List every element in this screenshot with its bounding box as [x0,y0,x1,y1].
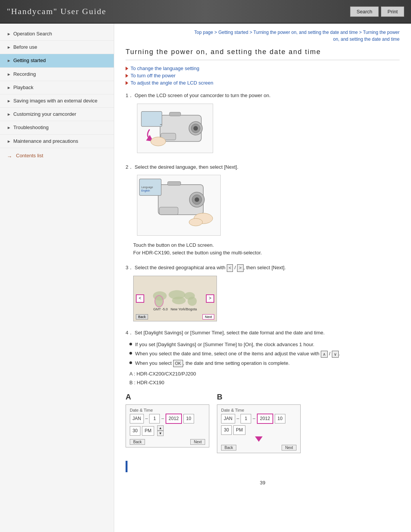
panel-b-nav: Back Next [221,445,296,451]
map-panel: < > GMT -5.0 New York/Bogota Back Next [133,276,217,321]
model-b-label: B : HDR-CX190 [129,379,400,387]
panel-a-fields: JAN – 1 – 2012 10 30 PM ▲ ▼ [130,414,205,436]
bottom-bar-row [126,461,400,472]
sidebar-item-recording[interactable]: ► Recording [0,68,114,81]
step-description: Open the LCD screen of your camcorder to… [135,93,271,98]
svg-point-21 [155,296,163,307]
step-4-text: 4． Set [Daylight Savings] or [Summer Tim… [126,329,400,337]
dt-field-year-b[interactable]: 2012 [257,414,273,424]
svg-rect-6 [169,112,181,116]
anchor-label: To change the language setting [131,66,199,71]
dt-field-day-a[interactable]: 1 [149,414,160,423]
dt-field-year-a[interactable]: 2012 [166,414,182,424]
down-btn-inline: ∨ [332,351,339,358]
dt-field-hour-b[interactable]: 10 [275,414,285,423]
sidebar-label: Before use [13,44,108,51]
dt-next-b[interactable]: Next [282,445,296,451]
sidebar-item-troubleshooting[interactable]: ► Troubleshooting [0,121,114,134]
dt-back-b[interactable]: Back [221,445,236,451]
sidebar-item-customizing[interactable]: ► Customizing your camcorder [0,108,114,121]
dt-back-a[interactable]: Back [130,439,145,445]
chevron-right-icon: ► [7,112,11,117]
camera-illustration-2: Language English [137,175,221,236]
map-location: New York/Bogota [170,307,197,311]
dt-panel-b: Date & Time JAN – 1 – 2012 10 30 PM [217,404,301,454]
map-left-button[interactable]: < [136,294,144,303]
sidebar-item-operation-search[interactable]: ► Operation Search [0,27,114,41]
breadcrumb-top[interactable]: Top page [194,30,213,35]
chevron-right-icon: ► [7,58,11,64]
map-gmt: GMT -5.0 [153,307,168,311]
down-arrow-indicator [255,436,263,442]
breadcrumb-power[interactable]: Turning the power on, and setting the da… [253,30,358,35]
list-item: If you set [Daylight Savings] or [Summer… [129,341,400,348]
app-title: "Handycam" User Guide [7,6,107,16]
dt-field-day-b[interactable]: 1 [241,414,251,423]
search-button[interactable]: Search [350,6,379,17]
sidebar-label: Maintenance and precautions [13,138,108,145]
bullet-icon [129,361,132,364]
sidebar-item-playback[interactable]: ► Playback [0,81,114,94]
touch-note: Touch the button on the LCD screen. For … [133,241,400,256]
sidebar-label: Recording [13,71,108,78]
arrow-right-icon [7,153,14,157]
step-number: 4． [126,330,133,335]
svg-rect-16 [167,182,181,185]
bullet-text: When you select the date and time, selec… [135,350,340,358]
sidebar-item-maintenance[interactable]: ► Maintenance and precautions [0,135,114,148]
dt-field-hour-a[interactable]: 10 [183,414,194,423]
svg-point-25 [188,297,197,306]
panel-a-title: Date & Time [130,407,205,414]
anchor-power-off[interactable]: To turn off the power [126,73,400,78]
dt-field-ampm-a[interactable]: PM [142,426,154,436]
map-back-button[interactable]: Back [136,314,148,320]
anchor-language[interactable]: To change the language setting [126,66,400,71]
model-a-label: A : HDR-CX200/CX210/PJ200 [129,370,400,378]
chevron-right-icon: ► [7,125,11,131]
anchor-label: To turn off the power [131,73,175,78]
triangle-icon [126,67,128,70]
breadcrumb-getting-started[interactable]: Getting started [218,30,249,35]
sidebar-item-getting-started[interactable]: ► Getting started [0,54,114,67]
anchor-lcd-angle[interactable]: To adjust the angle of the LCD screen [126,80,400,86]
ok-btn-inline: OK [173,360,183,367]
map-nav-row: Back Next [134,314,217,320]
page-title: Turning the power on, and setting the da… [126,48,400,60]
right-btn-inline: > [237,264,243,272]
dt-down-a[interactable]: ▼ [157,431,164,436]
camera-illustration-1 [137,104,213,153]
main-content: Top page > Getting started > Turning the… [114,24,411,532]
contents-list-link[interactable]: Contents list [0,148,114,161]
dt-field-min-b[interactable]: 30 [221,425,232,435]
sidebar-label: Getting started [13,57,108,64]
bullet-icon [129,352,132,355]
body-layout: ► Operation Search ► Before use ► Gettin… [0,24,411,532]
panel-b-fields: JAN – 1 – 2012 10 30 PM [221,414,296,435]
svg-point-18 [189,219,203,226]
dt-up-a[interactable]: ▲ [157,425,164,431]
dt-field-ampm-b[interactable]: PM [233,425,245,435]
dt-field-min-a[interactable]: 30 [130,426,140,436]
triangle-icon [126,81,128,85]
sidebar-item-saving-images[interactable]: ► Saving images with an external device [0,94,114,108]
chevron-right-icon: ► [7,85,11,91]
triangle-icon [126,74,128,78]
dt-arrows-a: ▲ ▼ [157,425,164,436]
svg-point-15 [194,198,199,202]
panel-a-nav: Back Next [130,439,205,445]
touch-note-2: For HDR-CX190, select the button using t… [133,250,262,256]
panel-b-label: B [217,391,222,403]
dt-field-month-b[interactable]: JAN [221,414,235,423]
print-button[interactable]: Print [381,6,404,17]
step-description: Select the desired language, then select… [135,164,238,170]
dt-next-a[interactable]: Next [190,439,205,445]
map-right-button[interactable]: > [206,294,214,303]
step-description: Set [Daylight Savings] or [Summer Time],… [135,330,325,335]
sidebar-item-before-use[interactable]: ► Before use [0,41,114,54]
step-1-text: 1． Open the LCD screen of your camcorder… [126,92,400,100]
list-item: When you select OK, the date and time se… [129,359,400,367]
map-next-button[interactable]: Next [202,314,214,320]
svg-rect-1 [141,111,162,126]
step-2-text: 2． Select the desired language, then sel… [126,163,400,171]
dt-field-month-a[interactable]: JAN [130,414,144,423]
